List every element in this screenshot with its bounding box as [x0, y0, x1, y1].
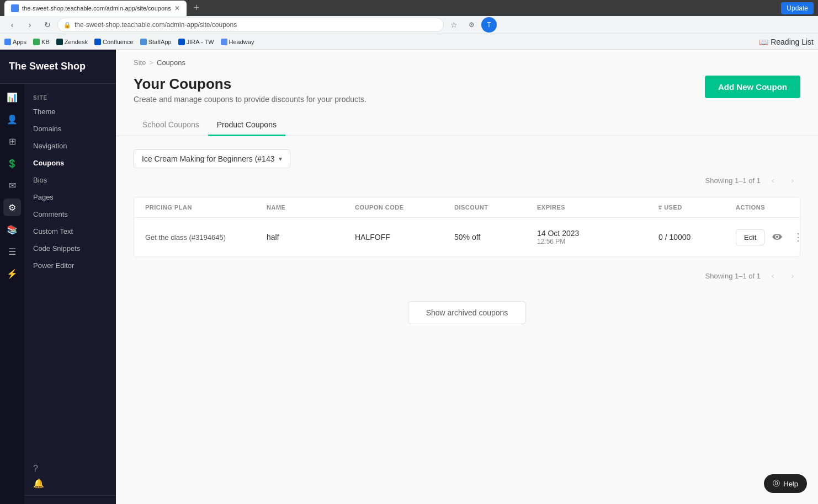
bookmark-apps[interactable]: Apps — [4, 39, 26, 45]
product-dropdown-label: Ice Cream Making for Beginners (#143 — [142, 154, 274, 163]
bookmark-zendesk[interactable]: Zendesk — [56, 39, 88, 45]
tab-product-coupons[interactable]: Product Coupons — [208, 115, 285, 136]
help-button[interactable]: ⓪ Help — [764, 474, 807, 493]
th-expires: EXPIRES — [537, 204, 658, 211]
sidebar-item-domains[interactable]: Domains — [24, 120, 116, 137]
page-title: Your Coupons — [134, 76, 366, 93]
sidebar-icon-strip: 📊 👤 ⊞ 💲 ✉ ⚙ 📚 ☰ ⚡ — [0, 84, 24, 504]
main-content: Site > Coupons Your Coupons Create and m… — [116, 50, 818, 504]
pagination-bottom-showing: Showing 1–1 of 1 — [705, 272, 761, 280]
bookmark-jira[interactable]: JIRA - TW — [178, 39, 214, 45]
pagination-top-showing: Showing 1–1 of 1 — [705, 176, 761, 185]
table-row: Get the class (#3194645) half HALFOFF 50… — [134, 218, 800, 256]
sidebar-label-coupons: Coupons — [33, 159, 64, 167]
address-bar[interactable]: 🔒 the-sweet-shop.teachable.com/admin-app… — [57, 18, 444, 32]
sidebar-icon-grid[interactable]: ⊞ — [3, 132, 21, 150]
sidebar-item-comments[interactable]: Comments — [24, 206, 116, 223]
edit-coupon-button[interactable]: Edit — [736, 229, 764, 245]
help-label: Help — [783, 480, 798, 488]
th-pricing-plan: PRICING PLAN — [145, 204, 267, 211]
sidebar-item-theme[interactable]: Theme — [24, 103, 116, 120]
coupon-table: PRICING PLAN NAME COUPON CODE DISCOUNT E… — [134, 197, 800, 257]
breadcrumb-site[interactable]: Site — [134, 58, 146, 67]
active-tab[interactable]: the-sweet-shop.teachable.com/admin-app/s… — [4, 1, 187, 16]
sidebar-icon-users[interactable]: 👤 — [3, 110, 21, 128]
td-discount: 50% off — [454, 233, 537, 242]
sidebar-footer: Tori SweetShop ⋮ — [24, 495, 116, 504]
sidebar-icon-mail[interactable]: ✉ — [3, 176, 21, 194]
pagination-next-btn[interactable]: › — [785, 173, 800, 188]
sidebar-label-bios: Bios — [33, 176, 47, 184]
pagination-bottom-prev-btn[interactable]: ‹ — [765, 268, 780, 283]
sidebar-bottom-icons: ? 🔔 — [24, 457, 116, 495]
app-layout: The Sweet Shop 📊 👤 ⊞ 💲 ✉ ⚙ 📚 ☰ ⚡ SITE Th… — [0, 50, 818, 504]
reading-list-btn[interactable]: 📖 Reading List — [759, 37, 814, 46]
sidebar-label-custom-text: Custom Text — [33, 227, 73, 235]
sidebar-label-comments: Comments — [33, 210, 68, 218]
star-btn[interactable]: ☆ — [446, 17, 461, 33]
tab-bar: the-sweet-shop.teachable.com/admin-app/s… — [0, 0, 818, 16]
sidebar-item-code-snippets[interactable]: Code Snippets — [24, 240, 116, 257]
td-expires-date: 14 Oct 2023 — [537, 229, 658, 238]
td-name: half — [267, 233, 355, 242]
th-used: # USED — [658, 204, 736, 211]
new-tab-btn[interactable]: + — [189, 1, 204, 16]
sidebar-nav: SITE Theme Domains Navigation Coupons Bi — [24, 84, 116, 457]
tab-title: the-sweet-shop.teachable.com/admin-app/s… — [22, 5, 171, 12]
back-btn[interactable]: ‹ — [4, 17, 20, 33]
bookmark-headway[interactable]: Headway — [221, 39, 254, 45]
extension-btn[interactable]: ⚙ — [464, 17, 479, 33]
table-header: PRICING PLAN NAME COUPON CODE DISCOUNT E… — [134, 197, 800, 218]
sidebar-label-pages: Pages — [33, 193, 54, 201]
more-options-button[interactable]: ⋮ — [790, 229, 800, 245]
browser-controls: ‹ › ↻ 🔒 the-sweet-shop.teachable.com/adm… — [0, 16, 818, 34]
view-coupon-button[interactable] — [769, 229, 785, 245]
sidebar-item-pages[interactable]: Pages — [24, 189, 116, 206]
bookmark-staffapp[interactable]: StaffApp — [140, 39, 172, 45]
td-pricing-plan: Get the class (#3194645) — [145, 233, 267, 242]
chevron-down-icon: ▾ — [279, 155, 282, 163]
sidebar-item-coupons[interactable]: Coupons — [24, 154, 116, 171]
tabs-container: School Coupons Product Coupons — [116, 104, 818, 136]
sidebar-bell-icon[interactable]: 🔔 — [33, 478, 107, 489]
add-coupon-button[interactable]: Add New Coupon — [705, 76, 800, 98]
bookmark-kb[interactable]: KB — [33, 39, 50, 45]
pagination-bottom: Showing 1–1 of 1 ‹ › — [134, 264, 800, 288]
sidebar-item-custom-text[interactable]: Custom Text — [24, 223, 116, 240]
sidebar-help-icon[interactable]: ? — [33, 464, 107, 474]
bookmark-confluence[interactable]: Confluence — [94, 39, 134, 45]
sidebar-item-power-editor[interactable]: Power Editor — [24, 257, 116, 274]
product-dropdown[interactable]: Ice Cream Making for Beginners (#143 ▾ — [134, 149, 290, 168]
sidebar-icon-dollar[interactable]: 💲 — [3, 154, 21, 172]
pagination-bottom-next-btn[interactable]: › — [785, 268, 800, 283]
tab-close[interactable]: ✕ — [174, 4, 180, 12]
td-expires: 14 Oct 2023 12:56 PM — [537, 229, 658, 245]
page-header-text: Your Coupons Create and manage coupons t… — [134, 76, 366, 104]
sidebar-item-navigation[interactable]: Navigation — [24, 137, 116, 154]
pagination-prev-btn[interactable]: ‹ — [765, 173, 780, 188]
lock-icon: 🔒 — [63, 22, 71, 29]
th-name: NAME — [267, 204, 355, 211]
url-text: the-sweet-shop.teachable.com/admin-app/s… — [75, 21, 237, 29]
sidebar-label-navigation: Navigation — [33, 142, 67, 150]
profile-btn[interactable]: T — [481, 17, 497, 33]
show-archived-button[interactable]: Show archived coupons — [408, 301, 527, 324]
sidebar-icon-activity[interactable]: 📊 — [3, 88, 21, 106]
reload-btn[interactable]: ↻ — [40, 17, 55, 33]
forward-btn[interactable]: › — [22, 17, 38, 33]
update-btn[interactable]: Update — [781, 2, 814, 14]
sidebar-item-bios[interactable]: Bios — [24, 171, 116, 189]
sidebar-icon-book[interactable]: 📚 — [3, 221, 21, 238]
sidebar-icon-bolt[interactable]: ⚡ — [3, 265, 21, 282]
td-expires-time: 12:56 PM — [537, 238, 658, 245]
tab-school-coupons[interactable]: School Coupons — [134, 115, 208, 136]
pagination-top: Showing 1–1 of 1 ‹ › — [134, 168, 800, 192]
sidebar-icon-settings[interactable]: ⚙ — [3, 199, 21, 216]
sidebar-logo: The Sweet Shop — [0, 50, 116, 84]
th-discount: DISCOUNT — [454, 204, 537, 211]
page-header: Your Coupons Create and manage coupons t… — [116, 67, 818, 104]
breadcrumb-current: Coupons — [157, 58, 185, 67]
breadcrumb: Site > Coupons — [116, 50, 818, 67]
sidebar-icon-list[interactable]: ☰ — [3, 243, 21, 260]
tab-favicon — [11, 4, 19, 12]
